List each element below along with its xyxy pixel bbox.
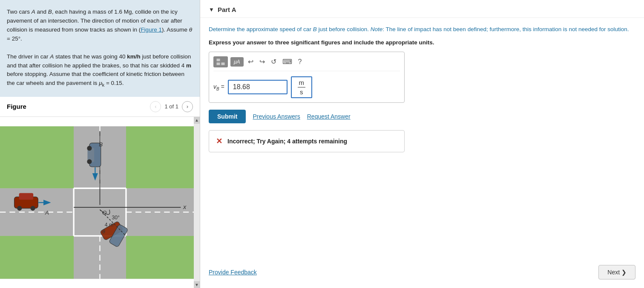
input-row: vB = m s <box>213 76 400 98</box>
svg-text:30°: 30° <box>112 214 120 220</box>
svg-rect-4 <box>126 126 200 188</box>
keyboard-button[interactable]: ⌨ <box>281 57 294 67</box>
figure-next-button[interactable]: › <box>182 101 193 112</box>
svg-point-21 <box>17 206 22 210</box>
figure-nav: ‹ 1 of 1 › <box>150 101 193 112</box>
figure-area: x O A <box>0 117 200 288</box>
svg-rect-39 <box>216 62 220 65</box>
bottom-row: Provide Feedback Next ❯ <box>200 261 644 288</box>
answer-input[interactable] <box>228 80 288 94</box>
submit-button[interactable]: Submit <box>209 110 246 123</box>
svg-rect-40 <box>221 62 225 65</box>
submit-row: Submit Previous Answers Request Answer <box>209 110 635 123</box>
svg-point-27 <box>87 145 92 150</box>
var-label: vB = <box>213 83 224 91</box>
question-text: Determine the approximate speed of car B… <box>209 25 635 34</box>
svg-text:B: B <box>99 141 103 147</box>
problem-text-box: Two cars A and B, each having a mass of … <box>0 0 200 97</box>
svg-rect-5 <box>0 236 74 279</box>
unit-denominator: s <box>300 87 303 96</box>
svg-point-28 <box>87 159 92 164</box>
layout-button[interactable] <box>213 56 228 67</box>
right-panel: ▼ Part A Determine the approximate speed… <box>200 0 644 288</box>
svg-rect-20 <box>19 193 33 200</box>
part-content: Determine the approximate speed of car B… <box>200 18 644 261</box>
provide-feedback-link[interactable]: Provide Feedback <box>209 269 257 276</box>
feedback-box: ✕ Incorrect; Try Again; 4 attempts remai… <box>209 130 405 152</box>
svg-rect-37 <box>216 58 220 61</box>
redo-button[interactable]: ↪ <box>258 57 267 67</box>
figure-header: Figure ‹ 1 of 1 › <box>0 97 200 117</box>
scroll-track <box>194 124 200 282</box>
svg-text:x: x <box>183 204 187 210</box>
answer-box: μA ↩ ↪ ↺ ⌨ ? vB = m s <box>209 52 405 103</box>
scroll-up-arrow[interactable]: ▲ <box>194 117 200 124</box>
car-A-label: A <box>32 9 35 15</box>
unit-numerator: m <box>298 79 305 87</box>
previous-answers-link[interactable]: Previous Answers <box>253 113 300 120</box>
scroll-down-arrow[interactable]: ▼ <box>194 281 200 288</box>
left-panel: Two cars A and B, each having a mass of … <box>0 0 200 288</box>
svg-text:A: A <box>45 209 49 215</box>
unit-fraction: m s <box>291 76 312 98</box>
svg-point-22 <box>30 206 35 210</box>
uA-button[interactable]: μA <box>230 57 244 67</box>
figure-prev-button[interactable]: ‹ <box>150 101 161 112</box>
refresh-button[interactable]: ↺ <box>269 57 278 67</box>
figure-title: Figure <box>7 103 26 110</box>
instruction-text: Express your answer to three significant… <box>209 39 635 46</box>
car-B-label: B <box>48 9 52 15</box>
answer-toolbar: μA ↩ ↪ ↺ ⌨ ? <box>213 56 400 71</box>
help-button[interactable]: ? <box>296 57 304 67</box>
feedback-text: Incorrect; Try Again; 4 attempts remaini… <box>227 138 347 145</box>
feedback-icon: ✕ <box>216 137 222 146</box>
svg-text:θ: θ <box>102 229 105 235</box>
svg-rect-3 <box>0 126 74 188</box>
part-header: ▼ Part A <box>200 0 644 18</box>
svg-rect-38 <box>221 58 225 61</box>
request-answer-link[interactable]: Request Answer <box>307 113 351 120</box>
figure-link[interactable]: Figure 1 <box>141 26 162 33</box>
part-label: Part A <box>218 6 236 13</box>
figure-diagram: x O A <box>0 117 200 288</box>
figure-count: 1 of 1 <box>164 103 178 110</box>
svg-rect-6 <box>126 236 200 279</box>
next-button[interactable]: Next ❯ <box>598 265 635 279</box>
undo-button[interactable]: ↩ <box>246 57 255 67</box>
part-collapse-arrow[interactable]: ▼ <box>209 6 214 13</box>
figure-scrollbar[interactable]: ▲ ▼ <box>194 117 200 288</box>
svg-text:4 m: 4 m <box>105 221 113 227</box>
